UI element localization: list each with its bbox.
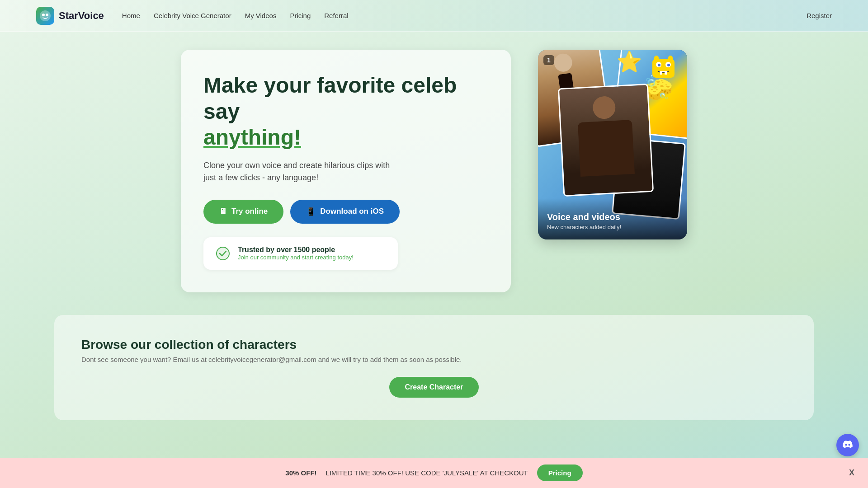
- svg-rect-6: [668, 56, 673, 62]
- overlay-title: Voice and videos: [547, 212, 678, 222]
- overlay-subtitle: New characters added daily!: [547, 224, 678, 230]
- trust-check-icon: [215, 245, 231, 262]
- create-character-button[interactable]: Create Character: [389, 377, 479, 398]
- banner-close-button[interactable]: X: [849, 468, 854, 478]
- bottom-banner: 30% OFF! LIMITED TIME 30% OFF! USE CODE …: [0, 458, 868, 488]
- try-online-label: Try online: [231, 207, 268, 216]
- nav-home[interactable]: Home: [122, 12, 140, 19]
- video-card-inner: 🧽 ⭐: [538, 50, 687, 239]
- nav-myvideos[interactable]: My Videos: [245, 12, 277, 19]
- video-overlay: Voice and videos New characters added da…: [538, 198, 687, 239]
- svg-point-10: [667, 64, 670, 66]
- patrick-icon: ⭐: [617, 50, 642, 74]
- trust-main-text: Trusted by over 1500 people: [238, 246, 354, 254]
- nav-celebrity[interactable]: Celebrity Voice Generator: [154, 12, 231, 19]
- logo[interactable]: StarVoice: [36, 7, 104, 25]
- hero-title-line1: Make your favorite celeb say: [203, 73, 457, 123]
- trust-badge: Trusted by over 1500 people Join our com…: [203, 237, 398, 270]
- banner-main-text: LIMITED TIME 30% OFF! USE CODE 'JULYSALE…: [326, 469, 528, 477]
- svg-point-3: [217, 247, 229, 260]
- banner-pricing-button[interactable]: Pricing: [537, 465, 583, 481]
- banner-bold-text: 30% OFF!: [285, 469, 316, 477]
- header-left: StarVoice Home Celebrity Voice Generator…: [36, 7, 349, 25]
- cta-buttons: 🖥 Try online 📱 Download on iOS: [203, 200, 488, 224]
- svg-rect-11: [660, 71, 662, 75]
- download-ios-label: Download on iOS: [320, 207, 384, 216]
- main-content: Make your favorite celeb say anything! C…: [0, 32, 868, 310]
- svg-point-9: [658, 64, 660, 66]
- try-online-icon: 🖥: [219, 207, 227, 216]
- register-button[interactable]: Register: [807, 12, 832, 19]
- hero-subtitle: Clone your own voice and create hilariou…: [203, 160, 488, 184]
- svg-point-1: [42, 14, 45, 16]
- download-ios-icon: 📱: [306, 207, 316, 216]
- svg-rect-5: [654, 56, 659, 62]
- logo-icon: [36, 7, 54, 25]
- nav-pricing[interactable]: Pricing: [290, 12, 311, 19]
- brand-name: StarVoice: [59, 10, 104, 22]
- video-card[interactable]: 🧽 ⭐: [538, 50, 687, 239]
- spongebob-icon: [649, 52, 678, 88]
- svg-point-0: [40, 10, 51, 21]
- svg-point-2: [46, 14, 48, 16]
- header: StarVoice Home Celebrity Voice Generator…: [0, 0, 868, 32]
- download-ios-button[interactable]: 📱 Download on iOS: [290, 200, 400, 224]
- try-online-button[interactable]: 🖥 Try online: [203, 200, 283, 224]
- number-badge: 1: [543, 55, 554, 65]
- nav-referral[interactable]: Referral: [324, 12, 348, 19]
- trust-text-block: Trusted by over 1500 people Join our com…: [238, 246, 354, 261]
- nav-links: Home Celebrity Voice Generator My Videos…: [122, 12, 349, 19]
- browse-title: Browse our collection of characters: [81, 338, 787, 352]
- hero-title-highlight: anything!: [203, 125, 301, 149]
- hero-card: Make your favorite celeb say anything! C…: [181, 50, 511, 292]
- browse-subtitle: Dont see someone you want? Email us at c…: [81, 356, 787, 363]
- hero-title: Make your favorite celeb say anything!: [203, 72, 488, 150]
- photo-tile-3: [558, 84, 654, 197]
- discord-button[interactable]: [836, 434, 859, 456]
- browse-section: Browse our collection of characters Dont…: [54, 315, 814, 420]
- svg-rect-12: [665, 71, 667, 75]
- trust-sub-text: Join our community and start creating to…: [238, 254, 354, 261]
